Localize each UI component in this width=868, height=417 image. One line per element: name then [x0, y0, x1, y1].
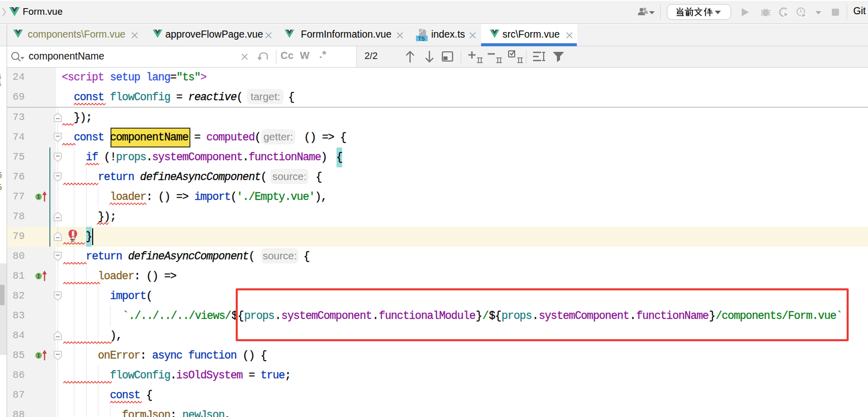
- svg-text:TS: TS: [418, 36, 425, 42]
